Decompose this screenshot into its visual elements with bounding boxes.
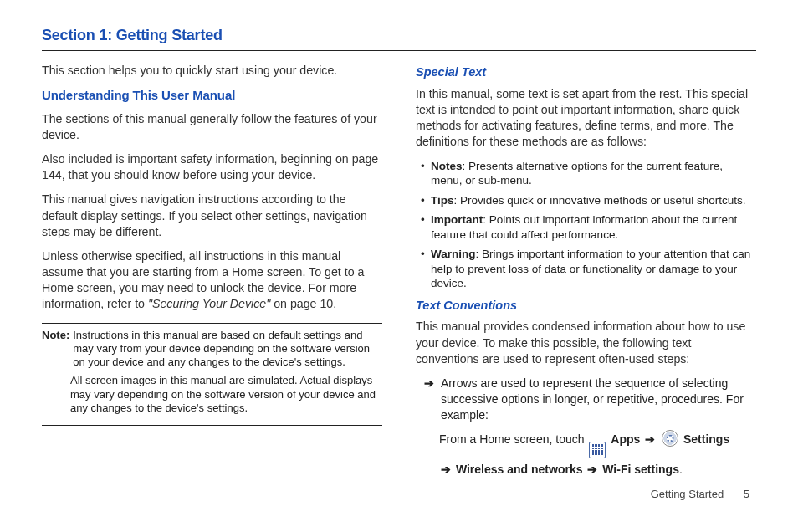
page-footer: Getting Started 5	[42, 487, 756, 502]
term-label: Notes	[431, 160, 463, 172]
paragraph: The sections of this manual generally fo…	[42, 111, 382, 143]
paragraph-text: on page 10.	[274, 297, 336, 310]
note-text: All screen images in this manual are sim…	[69, 374, 382, 415]
term-text: : Provides quick or innovative methods o…	[454, 194, 746, 207]
path-segment: Wireless and networks	[456, 463, 583, 476]
list-item: Tips: Provides quick or innovative metho…	[421, 193, 756, 208]
footer-label: Getting Started	[651, 488, 724, 500]
list-item: Warning: Brings important information to…	[421, 247, 756, 291]
page-number: 5	[744, 487, 749, 502]
paragraph: In this manual, some text is set apart f…	[416, 86, 756, 151]
term-text: : Brings important information to your a…	[431, 248, 750, 289]
term-label: Tips	[431, 194, 454, 207]
arrow-icon: ➔	[424, 376, 434, 423]
intro-paragraph: This section helps you to quickly start …	[42, 63, 382, 79]
list-item: Notes: Presents alternative options for …	[421, 159, 756, 188]
example-sequence: From a Home screen, touch Apps ➔ Setting…	[439, 428, 756, 481]
settings-icon	[662, 430, 678, 447]
right-column: Special Text In this manual, some text i…	[416, 63, 756, 480]
left-column: This section helps you to quickly start …	[42, 63, 382, 480]
arrow-icon: ➔	[441, 463, 451, 476]
example-prefix: From a Home screen, touch	[439, 432, 587, 446]
apps-label: Apps	[611, 432, 640, 446]
arrow-text: Arrows are used to represent the sequenc…	[441, 376, 756, 423]
term-label: Important	[431, 213, 483, 226]
paragraph: This manual gives navigation instruction…	[42, 192, 382, 240]
two-column-layout: This section helps you to quickly start …	[42, 63, 756, 480]
apps-icon	[589, 442, 606, 458]
cross-reference: "Securing Your Device"	[148, 297, 274, 310]
paragraph: Also included is important safety inform…	[42, 151, 382, 183]
section-title: Section 1: Getting Started	[42, 25, 756, 51]
definition-list: Notes: Presents alternative options for …	[416, 159, 756, 291]
arrow-icon: ➔	[645, 432, 655, 446]
note-block: Note: Instructions in this manual are ba…	[42, 323, 382, 427]
arrow-icon: ➔	[587, 463, 597, 476]
understanding-manual-heading: Understanding This User Manual	[42, 87, 382, 104]
term-label: Warning	[431, 248, 476, 260]
note-label: Note:	[42, 329, 69, 370]
special-text-heading: Special Text	[416, 64, 756, 81]
arrow-bullet: ➔ Arrows are used to represent the seque…	[424, 376, 756, 423]
settings-label: Settings	[683, 432, 729, 446]
note-text: Instructions in this manual are based on…	[71, 329, 382, 370]
period: .	[679, 463, 683, 476]
list-item: Important: Points out important informat…	[421, 212, 756, 242]
paragraph: Unless otherwise specified, all instruct…	[42, 248, 382, 313]
paragraph: This manual provides condensed informati…	[416, 319, 756, 367]
text-conventions-heading: Text Conventions	[416, 298, 756, 315]
path-segment: Wi-Fi settings	[602, 463, 679, 476]
term-text: : Presents alternative options for the c…	[431, 160, 723, 187]
